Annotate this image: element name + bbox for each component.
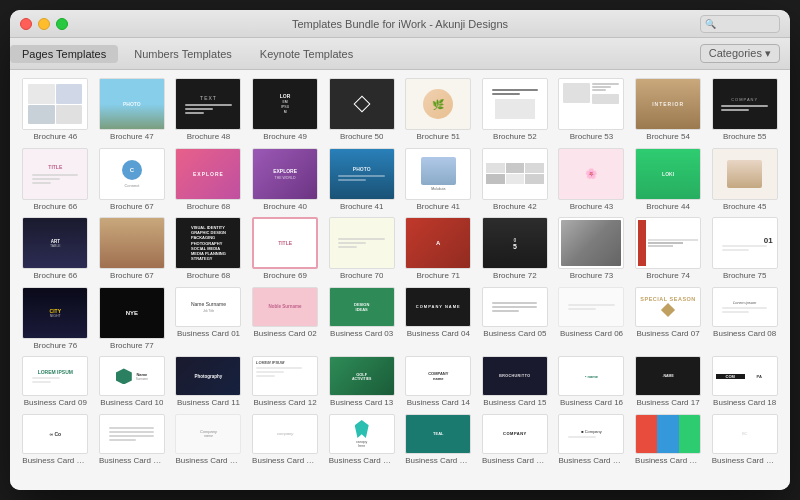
content-area[interactable]: Brochure 46 PHOTO Brochure 47 TEXT xyxy=(10,70,790,490)
template-item[interactable]: VISUAL IDENTITYGRAPHIC DESIGNPACKAGINGPH… xyxy=(173,217,244,281)
search-box[interactable]: 🔍 xyxy=(700,15,780,33)
template-item[interactable]: Brochure 70 xyxy=(326,217,397,281)
template-item[interactable]: GOLFACTIVITIES Business Card 13 xyxy=(326,356,397,408)
template-thumb: 01 xyxy=(712,217,778,269)
template-item[interactable]: INTERIOR Brochure 54 xyxy=(633,78,704,142)
template-thumb xyxy=(558,78,624,130)
template-label: Brochure 66 xyxy=(34,202,78,212)
template-item[interactable]: LOREM IPSUM Business Card 12 xyxy=(250,356,321,408)
template-item[interactable]: Business Card 17b xyxy=(633,414,704,466)
template-item[interactable]: COMPANY Brochure 55 xyxy=(709,78,780,142)
template-thumb: Name Surname Job Title xyxy=(175,287,241,327)
template-item[interactable]: EXPLORE Brochure 68 xyxy=(173,148,244,212)
template-thumb: TITLE xyxy=(252,217,318,269)
template-label: Business Card 08 xyxy=(713,329,776,339)
template-item[interactable]: Name Surname Job Title Business Card 01 xyxy=(173,287,244,351)
template-item[interactable]: COMPANY Business Card 15b xyxy=(480,414,551,466)
template-label: Brochure 67 xyxy=(110,271,154,281)
toolbar: Pages Templates Numbers Templates Keynot… xyxy=(10,38,790,70)
template-thumb: LOKI xyxy=(635,148,701,200)
tab-numbers[interactable]: Numbers Templates xyxy=(122,45,244,63)
template-label: Business Card 16b xyxy=(558,456,624,466)
template-item[interactable]: Mulukuta Brochure 41 xyxy=(403,148,474,212)
close-button[interactable] xyxy=(20,18,32,30)
template-item[interactable]: Brochure 52 xyxy=(480,78,551,142)
template-item[interactable]: 🌸 Brochure 43 xyxy=(556,148,627,212)
template-item[interactable]: 🌿 Brochure 51 xyxy=(403,78,474,142)
template-item[interactable]: canopyhere Business Card 13b xyxy=(326,414,397,466)
template-item[interactable]: COMPANY NAME Business Card 04 xyxy=(403,287,474,351)
template-item[interactable]: Brochure 46 xyxy=(20,78,91,142)
template-item[interactable]: • name Business Card 16 xyxy=(556,356,627,408)
template-item[interactable]: PHOTO Brochure 47 xyxy=(97,78,168,142)
template-item[interactable]: 01 Brochure 75 xyxy=(709,217,780,281)
template-item[interactable]: SPECIAL SEASON Business Card 07 xyxy=(633,287,704,351)
template-item[interactable]: NYE Brochure 77 xyxy=(97,287,168,351)
template-item[interactable]: TEXT Brochure 48 xyxy=(173,78,244,142)
template-item[interactable]: ART TABLE Brochure 66 xyxy=(20,217,91,281)
template-item[interactable]: 0 5 Brochure 72 xyxy=(480,217,551,281)
template-label: Business Card 18 xyxy=(713,398,776,408)
template-thumb: ART TABLE xyxy=(22,217,88,269)
template-label: Business Card 14 xyxy=(407,398,470,408)
template-label: Brochure 68 xyxy=(187,202,231,212)
template-item[interactable]: Brochure 53 xyxy=(556,78,627,142)
template-thumb xyxy=(482,148,548,200)
template-label: Business Card 18b xyxy=(712,456,778,466)
template-item[interactable]: ∞ Co Business Card 09b xyxy=(20,414,91,466)
template-label: Business Card 09 xyxy=(24,398,87,408)
template-item[interactable]: BC Business Card 18b xyxy=(709,414,780,466)
template-item[interactable]: A Brochure 71 xyxy=(403,217,474,281)
template-item[interactable]: Brochure 73 xyxy=(556,217,627,281)
template-item[interactable]: DESIGNIDEAS Business Card 03 xyxy=(326,287,397,351)
template-item[interactable]: Brochure 67 xyxy=(97,217,168,281)
template-item[interactable]: .NAME Business Card 17 xyxy=(633,356,704,408)
template-item[interactable]: TEAL Business Card 14b xyxy=(403,414,474,466)
template-item[interactable]: TITLE Brochure 69 xyxy=(250,217,321,281)
template-item[interactable]: COMPANYname Business Card 14 xyxy=(403,356,474,408)
template-label: Business Card 15 xyxy=(483,398,546,408)
template-item[interactable]: Brochure 45 xyxy=(709,148,780,212)
template-label: Business Card 04 xyxy=(407,329,470,339)
template-item[interactable]: C Connect Brochure 67 xyxy=(97,148,168,212)
template-label: Brochure 76 xyxy=(34,341,78,351)
template-item[interactable]: Business Card 10b xyxy=(97,414,168,466)
template-thumb: BC xyxy=(712,414,778,454)
template-item[interactable]: LOREM IPSUM Business Card 09 xyxy=(20,356,91,408)
categories-button[interactable]: Categories ▾ xyxy=(700,44,780,63)
template-item[interactable]: Business Card 06 xyxy=(556,287,627,351)
template-item[interactable]: company Business Card 12b xyxy=(250,414,321,466)
template-item[interactable]: ■ Company Business Card 16b xyxy=(556,414,627,466)
template-item[interactable]: Brochure 42 xyxy=(480,148,551,212)
template-thumb: Noble Surname xyxy=(252,287,318,327)
template-label: Brochure 77 xyxy=(110,341,154,351)
template-label: Brochure 54 xyxy=(646,132,690,142)
template-item[interactable]: Companyname Business Card 11b xyxy=(173,414,244,466)
template-item[interactable]: Brochure 50 xyxy=(326,78,397,142)
template-item[interactable]: Business Card 05 xyxy=(480,287,551,351)
template-thumb: EXPLORE THE WORLD xyxy=(252,148,318,200)
maximize-button[interactable] xyxy=(56,18,68,30)
template-item[interactable]: EXPLORE THE WORLD Brochure 40 xyxy=(250,148,321,212)
template-item[interactable]: LOKI Brochure 44 xyxy=(633,148,704,212)
template-item[interactable]: CITY NIGHT Brochure 76 xyxy=(20,287,91,351)
minimize-button[interactable] xyxy=(38,18,50,30)
tab-pages[interactable]: Pages Templates xyxy=(10,45,118,63)
template-thumb: INTERIOR xyxy=(635,78,701,130)
template-label: Business Card 13 xyxy=(330,398,393,408)
template-item[interactable]: Name Surname Business Card 10 xyxy=(97,356,168,408)
tab-keynote[interactable]: Keynote Templates xyxy=(248,45,365,63)
template-item[interactable]: Noble Surname Business Card 02 xyxy=(250,287,321,351)
template-item[interactable]: Photography Business Card 11 xyxy=(173,356,244,408)
template-thumb: COMPANYname xyxy=(405,356,471,396)
template-item[interactable]: LOR EM IPSU M Brochure 49 xyxy=(250,78,321,142)
template-label: Brochure 71 xyxy=(416,271,460,281)
template-thumb: Mulukuta xyxy=(405,148,471,200)
template-item[interactable]: PHOTO Brochure 41 xyxy=(326,148,397,212)
template-item[interactable]: BROCHURITTO Business Card 15 xyxy=(480,356,551,408)
template-item[interactable]: COM PA Business Card 18 xyxy=(709,356,780,408)
template-item[interactable]: TITLE Brochure 66 xyxy=(20,148,91,212)
traffic-lights xyxy=(20,18,68,30)
template-item[interactable]: Lorem ipsum Business Card 08 xyxy=(709,287,780,351)
template-item[interactable]: Brochure 74 xyxy=(633,217,704,281)
